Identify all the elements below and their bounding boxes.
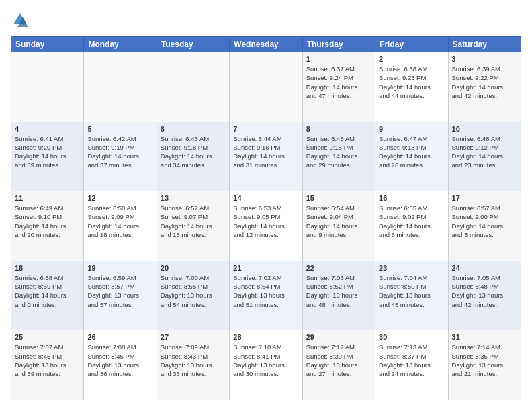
day-number: 30 bbox=[379, 333, 444, 341]
day-cell: 15Sunrise: 6:54 AM Sunset: 9:04 PM Dayli… bbox=[302, 191, 375, 261]
day-number: 1 bbox=[306, 55, 371, 63]
day-number: 25 bbox=[15, 333, 80, 341]
day-number: 15 bbox=[306, 194, 371, 202]
day-number: 23 bbox=[379, 264, 444, 272]
day-number: 29 bbox=[306, 333, 371, 341]
day-cell bbox=[157, 52, 229, 122]
day-header-monday: Monday bbox=[84, 37, 157, 52]
logo-icon bbox=[11, 11, 30, 30]
day-cell: 3Sunrise: 6:39 AM Sunset: 9:22 PM Daylig… bbox=[448, 52, 521, 122]
day-info: Sunrise: 6:53 AM Sunset: 9:05 PM Dayligh… bbox=[233, 203, 298, 239]
day-header-friday: Friday bbox=[375, 37, 448, 52]
day-cell: 24Sunrise: 7:05 AM Sunset: 8:48 PM Dayli… bbox=[448, 261, 521, 330]
day-info: Sunrise: 7:14 AM Sunset: 8:35 PM Dayligh… bbox=[452, 342, 517, 378]
day-number: 9 bbox=[379, 125, 444, 133]
day-info: Sunrise: 6:42 AM Sunset: 9:19 PM Dayligh… bbox=[87, 134, 152, 170]
day-number: 28 bbox=[233, 333, 298, 341]
day-cell: 13Sunrise: 6:52 AM Sunset: 9:07 PM Dayli… bbox=[157, 191, 229, 261]
day-cell: 21Sunrise: 7:02 AM Sunset: 8:54 PM Dayli… bbox=[230, 261, 302, 330]
calendar-table: SundayMondayTuesdayWednesdayThursdayFrid… bbox=[11, 36, 521, 400]
day-cell: 17Sunrise: 6:57 AM Sunset: 9:00 PM Dayli… bbox=[448, 191, 521, 261]
day-number: 26 bbox=[87, 333, 152, 341]
day-info: Sunrise: 6:59 AM Sunset: 8:57 PM Dayligh… bbox=[87, 273, 152, 309]
day-number: 4 bbox=[15, 125, 80, 133]
day-number: 20 bbox=[161, 264, 226, 272]
day-info: Sunrise: 6:57 AM Sunset: 9:00 PM Dayligh… bbox=[452, 203, 517, 239]
day-info: Sunrise: 6:41 AM Sunset: 9:20 PM Dayligh… bbox=[15, 134, 80, 170]
day-cell: 23Sunrise: 7:04 AM Sunset: 8:50 PM Dayli… bbox=[375, 261, 448, 330]
day-cell: 30Sunrise: 7:13 AM Sunset: 8:37 PM Dayli… bbox=[375, 330, 448, 400]
day-number: 5 bbox=[87, 125, 152, 133]
day-info: Sunrise: 7:04 AM Sunset: 8:50 PM Dayligh… bbox=[379, 273, 444, 309]
day-number: 8 bbox=[306, 125, 371, 133]
week-row-3: 11Sunrise: 6:49 AM Sunset: 9:10 PM Dayli… bbox=[11, 191, 521, 261]
day-number: 13 bbox=[161, 194, 226, 202]
day-cell bbox=[11, 52, 84, 122]
day-info: Sunrise: 7:03 AM Sunset: 8:52 PM Dayligh… bbox=[306, 273, 371, 309]
day-info: Sunrise: 7:09 AM Sunset: 8:43 PM Dayligh… bbox=[161, 342, 226, 378]
day-info: Sunrise: 6:43 AM Sunset: 9:18 PM Dayligh… bbox=[161, 134, 226, 170]
week-row-5: 25Sunrise: 7:07 AM Sunset: 8:46 PM Dayli… bbox=[11, 330, 521, 400]
day-cell: 6Sunrise: 6:43 AM Sunset: 9:18 PM Daylig… bbox=[157, 122, 229, 191]
day-cell bbox=[84, 52, 157, 122]
day-info: Sunrise: 6:38 AM Sunset: 9:23 PM Dayligh… bbox=[379, 64, 444, 100]
day-info: Sunrise: 6:54 AM Sunset: 9:04 PM Dayligh… bbox=[306, 203, 371, 239]
day-cell: 27Sunrise: 7:09 AM Sunset: 8:43 PM Dayli… bbox=[157, 330, 229, 400]
day-cell: 10Sunrise: 6:48 AM Sunset: 9:12 PM Dayli… bbox=[448, 122, 521, 191]
day-number: 10 bbox=[452, 125, 517, 133]
day-info: Sunrise: 6:48 AM Sunset: 9:12 PM Dayligh… bbox=[452, 134, 517, 170]
day-cell: 16Sunrise: 6:55 AM Sunset: 9:02 PM Dayli… bbox=[375, 191, 448, 261]
day-cell: 18Sunrise: 6:58 AM Sunset: 8:59 PM Dayli… bbox=[11, 261, 84, 330]
day-header-thursday: Thursday bbox=[302, 37, 375, 52]
day-number: 14 bbox=[233, 194, 298, 202]
day-cell: 9Sunrise: 6:47 AM Sunset: 9:13 PM Daylig… bbox=[375, 122, 448, 191]
day-number: 2 bbox=[379, 55, 444, 63]
day-number: 17 bbox=[452, 194, 517, 202]
day-cell: 11Sunrise: 6:49 AM Sunset: 9:10 PM Dayli… bbox=[11, 191, 84, 261]
day-cell: 22Sunrise: 7:03 AM Sunset: 8:52 PM Dayli… bbox=[302, 261, 375, 330]
day-number: 27 bbox=[161, 333, 226, 341]
day-number: 6 bbox=[161, 125, 226, 133]
day-cell: 26Sunrise: 7:08 AM Sunset: 8:45 PM Dayli… bbox=[84, 330, 157, 400]
day-cell: 8Sunrise: 6:45 AM Sunset: 9:15 PM Daylig… bbox=[302, 122, 375, 191]
day-number: 21 bbox=[233, 264, 298, 272]
day-cell: 14Sunrise: 6:53 AM Sunset: 9:05 PM Dayli… bbox=[230, 191, 302, 261]
day-info: Sunrise: 6:58 AM Sunset: 8:59 PM Dayligh… bbox=[15, 273, 80, 309]
day-number: 3 bbox=[452, 55, 517, 63]
day-header-wednesday: Wednesday bbox=[230, 37, 302, 52]
day-info: Sunrise: 6:39 AM Sunset: 9:22 PM Dayligh… bbox=[452, 64, 517, 100]
day-info: Sunrise: 6:44 AM Sunset: 9:16 PM Dayligh… bbox=[233, 134, 298, 170]
day-info: Sunrise: 6:50 AM Sunset: 9:09 PM Dayligh… bbox=[87, 203, 152, 239]
days-header-row: SundayMondayTuesdayWednesdayThursdayFrid… bbox=[11, 37, 521, 52]
day-cell: 29Sunrise: 7:12 AM Sunset: 8:39 PM Dayli… bbox=[302, 330, 375, 400]
day-info: Sunrise: 7:12 AM Sunset: 8:39 PM Dayligh… bbox=[306, 342, 371, 378]
day-header-sunday: Sunday bbox=[11, 37, 84, 52]
day-cell: 28Sunrise: 7:10 AM Sunset: 8:41 PM Dayli… bbox=[230, 330, 302, 400]
day-number: 12 bbox=[87, 194, 152, 202]
day-header-saturday: Saturday bbox=[448, 37, 521, 52]
week-row-1: 1Sunrise: 6:37 AM Sunset: 9:24 PM Daylig… bbox=[11, 52, 521, 122]
day-header-tuesday: Tuesday bbox=[157, 37, 229, 52]
day-number: 18 bbox=[15, 264, 80, 272]
day-info: Sunrise: 7:00 AM Sunset: 8:55 PM Dayligh… bbox=[161, 273, 226, 309]
day-number: 24 bbox=[452, 264, 517, 272]
day-cell: 31Sunrise: 7:14 AM Sunset: 8:35 PM Dayli… bbox=[448, 330, 521, 400]
day-number: 7 bbox=[233, 125, 298, 133]
day-info: Sunrise: 6:45 AM Sunset: 9:15 PM Dayligh… bbox=[306, 134, 371, 170]
day-cell: 19Sunrise: 6:59 AM Sunset: 8:57 PM Dayli… bbox=[84, 261, 157, 330]
day-info: Sunrise: 7:05 AM Sunset: 8:48 PM Dayligh… bbox=[452, 273, 517, 309]
day-cell: 5Sunrise: 6:42 AM Sunset: 9:19 PM Daylig… bbox=[84, 122, 157, 191]
day-info: Sunrise: 6:49 AM Sunset: 9:10 PM Dayligh… bbox=[15, 203, 80, 239]
day-cell: 1Sunrise: 6:37 AM Sunset: 9:24 PM Daylig… bbox=[302, 52, 375, 122]
day-info: Sunrise: 7:07 AM Sunset: 8:46 PM Dayligh… bbox=[15, 342, 80, 378]
day-info: Sunrise: 6:37 AM Sunset: 9:24 PM Dayligh… bbox=[306, 64, 371, 100]
day-info: Sunrise: 7:02 AM Sunset: 8:54 PM Dayligh… bbox=[233, 273, 298, 309]
day-cell: 4Sunrise: 6:41 AM Sunset: 9:20 PM Daylig… bbox=[11, 122, 84, 191]
day-cell bbox=[230, 52, 302, 122]
day-info: Sunrise: 6:47 AM Sunset: 9:13 PM Dayligh… bbox=[379, 134, 444, 170]
page: SundayMondayTuesdayWednesdayThursdayFrid… bbox=[0, 0, 532, 411]
day-cell: 25Sunrise: 7:07 AM Sunset: 8:46 PM Dayli… bbox=[11, 330, 84, 400]
day-number: 31 bbox=[452, 333, 517, 341]
day-cell: 12Sunrise: 6:50 AM Sunset: 9:09 PM Dayli… bbox=[84, 191, 157, 261]
day-cell: 20Sunrise: 7:00 AM Sunset: 8:55 PM Dayli… bbox=[157, 261, 229, 330]
